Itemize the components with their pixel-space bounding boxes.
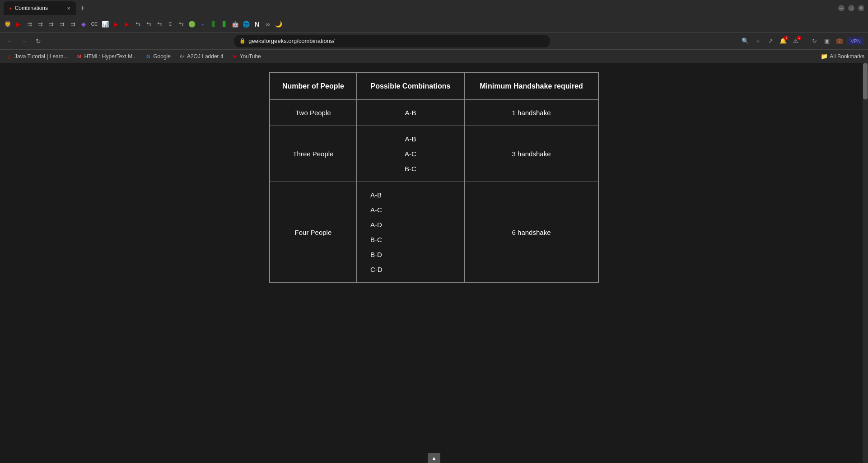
combinations-four: A-BA-CA-DB-CB-DC-D <box>356 182 464 283</box>
new-tab-btn[interactable]: + <box>80 4 84 12</box>
ext-swap1[interactable]: ⇆ <box>133 19 143 29</box>
header-possible-combinations: Possible Combinations <box>356 73 464 100</box>
nav-right-controls: 🔍 ≡ ↗ 🔔 2 ⚠ 1 ↻ ▣ 💼 VPN <box>740 36 864 47</box>
ext-green1[interactable]: 🟢 <box>187 19 197 29</box>
header-number-of-people: Number of People <box>270 73 356 100</box>
notification-badge: 2 <box>784 36 789 40</box>
tab-label: Combinations <box>15 5 48 11</box>
forward-button[interactable]: → <box>18 35 30 47</box>
page-content: Number of People Possible Combinations M… <box>0 63 868 463</box>
combinations-two: A-B <box>356 100 464 126</box>
html-favicon: M <box>76 53 83 60</box>
scrollbar-thumb[interactable] <box>863 63 868 99</box>
people-four: Four People <box>270 182 356 283</box>
reader-icon[interactable]: ≡ <box>752 36 763 47</box>
share-icon[interactable]: ↗ <box>765 36 776 47</box>
ai-ext-icon[interactable]: 🤖 <box>230 19 240 29</box>
ext-swap4[interactable]: C <box>165 19 175 29</box>
scrollbar-track <box>863 63 868 463</box>
nav-bar: ← → ↻ 🔒 geeksforgeeks.org/combinations/ … <box>0 33 868 50</box>
reload-button[interactable]: ↻ <box>33 35 44 47</box>
all-bookmarks[interactable]: 📁 All Bookmarks <box>821 53 864 60</box>
handshakes-two: 1 handshake <box>465 100 598 126</box>
address-bar[interactable]: 🔒 geeksforgeeks.org/combinations/ <box>234 35 550 47</box>
bookmark-html[interactable]: M HTML: HyperText M... <box>74 52 140 61</box>
bookmark-youtube-label: YouTube <box>240 53 261 60</box>
ext-box1[interactable]: + <box>198 19 208 29</box>
ext-swap5[interactable]: ⇆ <box>176 19 186 29</box>
combinations-three: A-BA-CB-C <box>356 126 464 182</box>
bookmark-java-label: Java Tutorial | Learn... <box>14 53 68 60</box>
globe-ext-icon[interactable]: 🌐 <box>241 19 251 29</box>
google-favicon: G <box>145 53 151 60</box>
bookmark-youtube[interactable]: ▶ YouTube <box>229 52 264 61</box>
bookmarks-bar: △ Java Tutorial | Learn... M HTML: Hyper… <box>0 50 868 63</box>
extensions-toolbar: 🦁 ▶ ⇉ ⇉ ⇉ ⇉ ⇉ ◆ CC 📊 ▶ ▶ ⇆ ⇆ ⇆ C ⇆ 🟢 + ▊… <box>0 16 868 33</box>
ext-green3[interactable]: ▊ <box>219 19 229 29</box>
ext-green2[interactable]: ▊ <box>209 19 219 29</box>
title-bar: ● Combinations ✕ + — □ ✕ <box>0 0 868 16</box>
java-favicon: △ <box>6 53 13 60</box>
ext-purple[interactable]: ◆ <box>79 19 89 29</box>
yt-ext3[interactable]: ▶ <box>122 19 132 29</box>
tab-favicon: ● <box>9 5 12 11</box>
youtube-toolbar-icon[interactable]: ▶ <box>14 19 23 29</box>
combo-list-three: A-BA-CB-C <box>366 131 455 176</box>
infinity-ext-icon[interactable]: ∞ <box>263 19 273 29</box>
header-minimum-handshake: Minimum Handshake required <box>465 73 598 100</box>
chart-ext-icon[interactable]: 📊 <box>100 19 110 29</box>
bookmark-google[interactable]: G Google <box>142 52 173 61</box>
people-three: Three People <box>270 126 356 182</box>
active-tab[interactable]: ● Combinations ✕ <box>4 1 76 15</box>
minimize-btn[interactable]: — <box>838 5 845 11</box>
ext-arrow2[interactable]: ⇉ <box>35 19 45 29</box>
handshake-table: Number of People Possible Combinations M… <box>269 72 599 283</box>
handshakes-three: 3 handshake <box>465 126 598 182</box>
dark-ext-icon[interactable]: 🌙 <box>274 19 284 29</box>
close-btn[interactable]: ✕ <box>858 5 864 11</box>
ext-arrow1[interactable]: ⇉ <box>24 19 34 29</box>
cc-ext-icon[interactable]: CC <box>89 19 99 29</box>
bookmark-google-label: Google <box>153 53 171 60</box>
wallet-icon[interactable]: 💼 <box>834 36 845 47</box>
alert-badge: 1 <box>797 36 801 40</box>
a2oj-favicon: A² <box>179 53 185 60</box>
bookmark-java[interactable]: △ Java Tutorial | Learn... <box>4 52 71 61</box>
table-row: Two People A-B 1 handshake <box>270 100 598 126</box>
ext-swap2[interactable]: ⇆ <box>144 19 154 29</box>
yt-ext2[interactable]: ▶ <box>111 19 121 29</box>
layout-icon[interactable]: ▣ <box>821 36 832 47</box>
window-controls: — □ ✕ <box>838 5 864 11</box>
table-row: Four People A-BA-CA-DB-CB-DC-D 6 handsha… <box>270 182 598 283</box>
table-row: Three People A-BA-CB-C 3 handshake <box>270 126 598 182</box>
sync-icon[interactable]: ↻ <box>809 36 820 47</box>
brave-logo-icon[interactable]: 🦁 <box>3 19 13 29</box>
back-button[interactable]: ← <box>4 35 15 47</box>
address-text: geeksforgeeks.org/combinations/ <box>248 37 545 44</box>
scroll-top-button[interactable]: ▲ <box>428 453 440 463</box>
ext-arrow4[interactable]: ⇉ <box>57 19 67 29</box>
bookmark-html-label: HTML: HyperText M... <box>84 53 137 60</box>
ext-arrow3[interactable]: ⇉ <box>46 19 56 29</box>
combo-list-two: A-B <box>366 105 455 120</box>
zoom-icon[interactable]: 🔍 <box>740 36 751 47</box>
yt-favicon: ▶ <box>232 53 238 60</box>
notification-icon[interactable]: 🔔 2 <box>778 36 789 47</box>
tab-close-btn[interactable]: ✕ <box>67 6 70 11</box>
handshakes-four: 6 handshake <box>465 182 598 283</box>
bookmark-a2oj-label: A2OJ Ladder 4 <box>187 53 224 60</box>
all-bookmarks-label: All Bookmarks <box>830 53 864 60</box>
people-two: Two People <box>270 100 356 126</box>
lock-icon: 🔒 <box>239 38 246 44</box>
alert-icon[interactable]: ⚠ 1 <box>790 36 801 47</box>
bookmark-a2oj[interactable]: A² A2OJ Ladder 4 <box>176 52 226 61</box>
notion-ext-icon[interactable]: N <box>252 19 262 29</box>
maximize-btn[interactable]: □ <box>848 5 854 11</box>
ext-swap3[interactable]: ⇆ <box>154 19 164 29</box>
folder-icon: 📁 <box>821 53 828 60</box>
ext-arrow5[interactable]: ⇉ <box>68 19 78 29</box>
vpn-button[interactable]: VPN <box>847 37 864 45</box>
combo-list-four: A-BA-CA-DB-CB-DC-D <box>366 187 455 277</box>
